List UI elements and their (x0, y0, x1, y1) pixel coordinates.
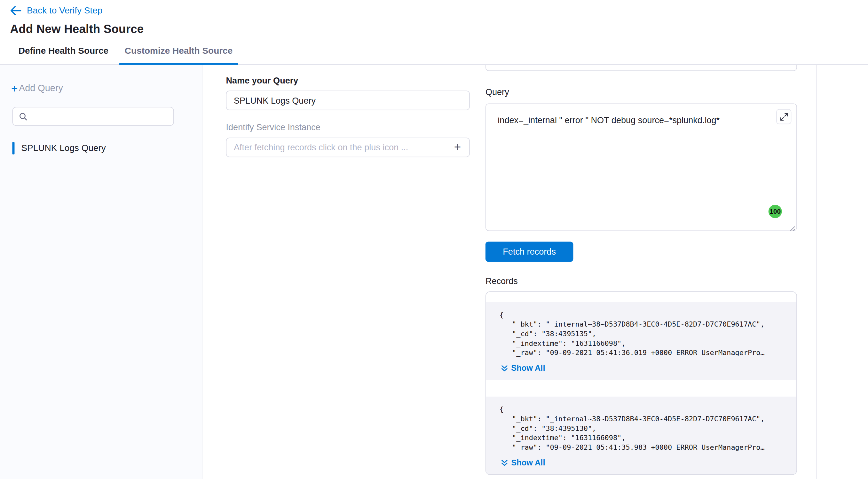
selected-indicator-bar (12, 142, 14, 154)
record-count-badge: 100 (769, 205, 782, 218)
back-link[interactable]: Back to Verify Step (0, 4, 868, 17)
name-query-label: Name your Query (226, 76, 469, 85)
page-title: Add New Health Source (0, 22, 868, 36)
record-json-line: "_indextime": "1631166098", (500, 433, 783, 443)
record-json-line: { (500, 404, 783, 414)
clipped-input[interactable] (486, 65, 797, 71)
resize-handle-icon[interactable] (789, 223, 795, 229)
add-query-label: Add Query (19, 83, 63, 93)
content-area: + Add Query SPLUNK Logs Query Name your … (0, 65, 868, 479)
query-label: Query (486, 87, 797, 97)
chevron-double-down-icon (501, 459, 508, 466)
records-card: { "_bkt": "_internal~38~D537D8B4-3EC0-4D… (486, 292, 797, 475)
query-text[interactable]: index=_internal " error " NOT debug sour… (498, 115, 770, 126)
query-item-label: SPLUNK Logs Query (21, 143, 105, 153)
query-name-input[interactable] (226, 91, 469, 110)
service-instance-label: Identify Service Instance (226, 122, 469, 132)
search-input[interactable] (28, 108, 173, 125)
expand-button[interactable] (776, 109, 791, 124)
record-json-line: "_bkt": "_internal~38~D537D8B4-3EC0-4D5E… (500, 414, 783, 423)
service-instance-field: + (226, 138, 469, 157)
plus-icon[interactable]: + (451, 141, 464, 154)
add-query-button[interactable]: + Add Query (0, 83, 202, 93)
record-json-line: "_cd": "38:4395130", (500, 423, 783, 433)
plus-icon: + (11, 83, 18, 93)
show-all-link[interactable]: Show All (500, 458, 783, 467)
chevron-double-down-icon (501, 364, 508, 372)
tab-customize-health-source[interactable]: Customize Health Source (119, 46, 238, 64)
show-all-link[interactable]: Show All (500, 364, 783, 373)
service-instance-input[interactable] (226, 138, 469, 157)
records-label: Records (486, 276, 797, 286)
query-list: SPLUNK Logs Query (0, 141, 202, 155)
query-column: Query index=_internal " error " NOT debu… (486, 65, 797, 479)
query-form-column: Name your Query Identify Service Instanc… (226, 65, 469, 479)
main-panel: Name your Query Identify Service Instanc… (203, 65, 816, 479)
show-all-label: Show All (511, 458, 545, 467)
record-json-line: "_indextime": "1631166098", (500, 338, 783, 348)
tabbar: Define Health Source Customize Health So… (0, 36, 868, 65)
fetch-records-button[interactable]: Fetch records (486, 241, 574, 262)
right-panel-divider (816, 65, 868, 479)
expand-icon (780, 113, 788, 120)
query-list-item[interactable]: SPLUNK Logs Query (0, 141, 202, 155)
back-link-label[interactable]: Back to Verify Step (27, 5, 102, 16)
page-header: Back to Verify Step Add New Health Sourc… (0, 0, 868, 36)
tab-define-health-source[interactable]: Define Health Source (13, 46, 114, 64)
query-search-box[interactable] (12, 107, 174, 126)
query-editor[interactable]: index=_internal " error " NOT debug sour… (486, 103, 797, 231)
record-json-line: "_raw": "09-09-2021 05:41:36.019 +0000 E… (500, 348, 783, 358)
search-icon (19, 112, 27, 121)
record-item: { "_bkt": "_internal~38~D537D8B4-3EC0-4D… (486, 397, 797, 474)
app-root: Back to Verify Step Add New Health Sourc… (0, 0, 868, 483)
record-json-line: { (500, 310, 783, 320)
record-json-line: "_bkt": "_internal~38~D537D8B4-3EC0-4D5E… (500, 320, 783, 329)
arrow-left-icon (10, 6, 21, 15)
query-sidebar: + Add Query SPLUNK Logs Query (0, 65, 203, 479)
show-all-label: Show All (511, 364, 545, 373)
record-json-line: "_cd": "38:4395135", (500, 329, 783, 338)
record-item: { "_bkt": "_internal~38~D537D8B4-3EC0-4D… (486, 302, 797, 380)
record-json-line: "_raw": "09-09-2021 05:41:35.983 +0000 E… (500, 442, 783, 452)
